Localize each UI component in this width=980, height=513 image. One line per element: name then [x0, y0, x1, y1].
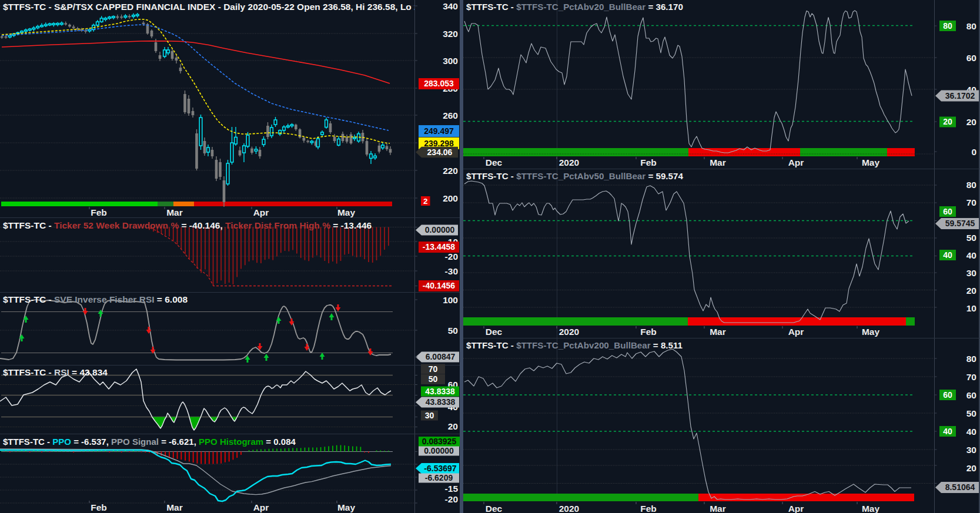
svg-text:43.8338: 43.8338	[425, 387, 455, 396]
svg-text:260: 260	[443, 110, 458, 120]
svg-text:2020: 2020	[559, 157, 579, 167]
svg-text:20: 20	[448, 421, 458, 431]
svg-text:-20: -20	[445, 252, 458, 261]
svg-text:249.497: 249.497	[424, 126, 454, 136]
svg-text:300: 300	[443, 56, 458, 66]
svg-text:0.00000: 0.00000	[425, 225, 455, 234]
svg-text:Dec: Dec	[486, 504, 503, 513]
svg-text:70: 70	[429, 364, 438, 374]
svg-text:Mar: Mar	[166, 207, 183, 217]
svg-text:30: 30	[966, 268, 976, 278]
svg-text:43.8338: 43.8338	[426, 397, 456, 407]
svg-text:70: 70	[966, 372, 976, 382]
svg-text:Mar: Mar	[710, 504, 726, 513]
svg-text:Feb: Feb	[91, 207, 107, 217]
svg-text:20: 20	[966, 463, 976, 473]
svg-text:Mar: Mar	[710, 327, 726, 337]
svg-text:2: 2	[423, 197, 428, 206]
svg-text:May: May	[862, 327, 880, 337]
svg-text:60: 60	[966, 390, 976, 400]
svg-text:36.1702: 36.1702	[945, 91, 975, 100]
svg-text:$TTFS-TC - PPO = -6.537, PPO S: $TTFS-TC - PPO = -6.537, PPO Signal = -6…	[3, 436, 296, 446]
svg-text:50: 50	[429, 374, 438, 384]
svg-text:Feb: Feb	[91, 502, 107, 512]
svg-text:0.00000: 0.00000	[424, 446, 454, 455]
svg-text:$TTFS-TC - $TTFS-TC_PctAbv50_B: $TTFS-TC - $TTFS-TC_PctAbv50_BullBear = …	[466, 170, 683, 180]
svg-text:$TTFS-TC - Ticker 52 Week Draw: $TTFS-TC - Ticker 52 Week Drawdown % = -…	[3, 220, 372, 230]
svg-text:$TTFS-TC - $TTFS-TC_PctAbv20_B: $TTFS-TC - $TTFS-TC_PctAbv20_BullBear = …	[466, 1, 683, 11]
svg-text:Apr: Apr	[788, 327, 804, 337]
svg-text:0: 0	[971, 147, 976, 157]
svg-text:100: 100	[443, 295, 458, 305]
svg-text:50: 50	[966, 408, 976, 418]
svg-text:50: 50	[448, 326, 458, 336]
svg-text:40: 40	[966, 427, 976, 437]
svg-text:May: May	[862, 157, 880, 167]
svg-text:50: 50	[966, 233, 976, 243]
svg-text:-30: -30	[445, 266, 458, 276]
svg-text:239.298: 239.298	[424, 139, 454, 148]
svg-text:-6.6209: -6.6209	[425, 473, 453, 482]
svg-text:Dec: Dec	[486, 327, 503, 337]
svg-text:-13.4458: -13.4458	[423, 242, 455, 252]
svg-text:60: 60	[966, 53, 976, 63]
svg-text:May: May	[337, 207, 356, 217]
svg-text:May: May	[337, 502, 356, 512]
svg-text:Feb: Feb	[640, 157, 657, 167]
svg-text:40: 40	[966, 250, 976, 260]
svg-text:$TTFS-TC - SVE Inverse Fisher: $TTFS-TC - SVE Inverse Fisher RSI = 6.00…	[3, 294, 188, 304]
svg-text:80: 80	[966, 354, 976, 364]
svg-text:Dec: Dec	[486, 157, 503, 167]
svg-text:10: 10	[966, 303, 976, 313]
svg-text:$TTFS-TC - RSI = 43.834: $TTFS-TC - RSI = 43.834	[3, 367, 108, 377]
svg-text:30: 30	[425, 411, 434, 420]
svg-text:Apr: Apr	[788, 157, 804, 167]
svg-text:Feb: Feb	[640, 327, 657, 337]
svg-text:-40.1456: -40.1456	[423, 281, 455, 290]
svg-text:40: 40	[943, 250, 952, 260]
svg-text:70: 70	[966, 197, 976, 207]
svg-text:2020: 2020	[559, 504, 579, 513]
svg-text:Apr: Apr	[253, 502, 269, 512]
svg-text:6.00847: 6.00847	[426, 352, 456, 361]
svg-text:2020: 2020	[559, 327, 579, 337]
svg-text:200: 200	[443, 193, 458, 203]
svg-text:30: 30	[966, 445, 976, 455]
svg-text:40: 40	[943, 427, 952, 436]
svg-text:340: 340	[443, 1, 458, 11]
svg-text:0.083925: 0.083925	[422, 437, 457, 446]
svg-text:80: 80	[966, 21, 976, 31]
svg-text:80: 80	[943, 21, 952, 31]
svg-text:20: 20	[966, 286, 976, 296]
svg-text:-20: -20	[445, 494, 458, 504]
svg-text:May: May	[862, 504, 880, 513]
svg-text:80: 80	[966, 180, 976, 190]
svg-text:$TTFS-TC - $TTFS-TC_PctAbv200_: $TTFS-TC - $TTFS-TC_PctAbv200_BullBear =…	[466, 340, 683, 350]
svg-text:220: 220	[443, 166, 458, 176]
svg-text:234.06: 234.06	[427, 147, 453, 157]
svg-text:Apr: Apr	[788, 504, 804, 513]
svg-text:Mar: Mar	[710, 157, 726, 167]
svg-text:8.51064: 8.51064	[945, 482, 975, 492]
svg-text:20: 20	[943, 117, 952, 126]
svg-text:Apr: Apr	[253, 207, 269, 217]
svg-text:283.053: 283.053	[424, 79, 454, 88]
svg-text:20: 20	[966, 117, 976, 127]
svg-text:-6.53697: -6.53697	[424, 464, 456, 473]
svg-text:Feb: Feb	[640, 504, 657, 513]
svg-text:-15: -15	[445, 484, 459, 494]
svg-text:59.5745: 59.5745	[945, 219, 975, 228]
svg-text:Mar: Mar	[166, 502, 183, 512]
svg-text:60: 60	[943, 390, 952, 400]
svg-text:320: 320	[443, 29, 458, 39]
svg-text:60: 60	[943, 207, 952, 216]
